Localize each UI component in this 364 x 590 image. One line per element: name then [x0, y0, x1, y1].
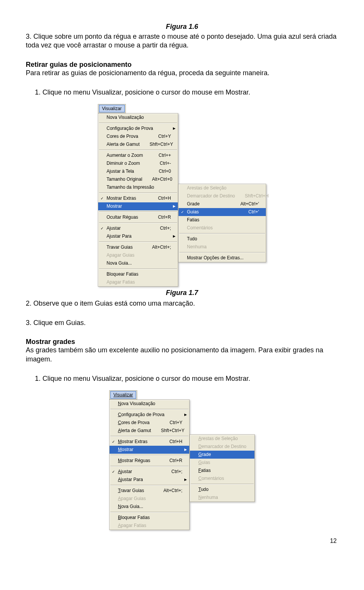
menu-item-label: Ajustar à Tela [107, 169, 149, 174]
menu-item[interactable]: Configuração de Prova▶ [110, 411, 189, 419]
menu-item[interactable]: Diminuir o ZoomCtrl+- [98, 159, 178, 167]
menu-item[interactable]: Alerta de GamutShft+Ctrl+Y [110, 427, 189, 435]
menu-item-label: Comentários [187, 225, 259, 230]
menu-item[interactable]: Cores de ProvaCtrl+Y [98, 133, 178, 140]
menu-item[interactable]: Ajustar Para▶ [110, 476, 189, 484]
menu-item[interactable]: Ocultar RéguasCtrl+R [98, 213, 178, 221]
menu-item[interactable]: Nova Visualização [110, 400, 189, 408]
menu-separator [110, 466, 188, 467]
menu-item-label: Tamanho da Impressão [107, 185, 171, 190]
menu-item[interactable]: Aumentar o ZoomCtrl++ [98, 151, 178, 159]
menu-item-shortcut: Ctrl+0 [159, 169, 171, 174]
menu-main-1: Nova VisualizaçãoConfiguração de Prova▶C… [98, 113, 178, 287]
menu-item: Demarcador de Destino [190, 443, 254, 451]
menu-item-shortcut: Ctrl+; [171, 469, 182, 474]
menu-item-label: Bloquear Fatias [107, 271, 171, 277]
menu-separator [99, 268, 177, 269]
menu-item[interactable]: Bloquear Fatias [110, 514, 189, 522]
menu-item-label: Comentários [198, 476, 248, 481]
menu-item-label: Mostrar Extras [107, 196, 148, 201]
menu-item[interactable]: Configuração de Prova▶ [98, 125, 178, 133]
menu-item-label: Mostrar [107, 204, 171, 209]
menu-item[interactable]: Bloquear Fatias [98, 270, 178, 278]
menu-separator [179, 233, 265, 234]
menu-item[interactable]: ✓AjustarCtrl+; [98, 224, 178, 232]
menu-item[interactable]: Travar GuiasAlt+Ctrl+; [110, 487, 189, 495]
menu-item[interactable]: Grade [190, 451, 254, 459]
menu-item[interactable]: ✓AjustarCtrl+; [110, 468, 189, 476]
menu-separator [99, 222, 177, 223]
menu-item-label: Ajustar Para [107, 233, 171, 239]
menu-separator [99, 211, 177, 212]
menu-item[interactable]: Mostrar RéguasCtrl+R [110, 457, 189, 465]
menu-separator [110, 512, 188, 513]
menu-item[interactable]: ✓GuiasCtrl+' [179, 208, 266, 216]
menu-item[interactable]: Nova Guia... [98, 259, 178, 267]
menu-item-shortcut: Alt+Ctrl+; [152, 245, 171, 250]
figure-caption-1-7: Figura 1.7 [26, 289, 338, 297]
menu-item[interactable]: Mostrar▶ [98, 202, 178, 210]
menu-item-label: Alerta de Gamut [118, 428, 151, 433]
submenu-arrow-icon: ▶ [184, 448, 187, 451]
menu-item[interactable]: Tamanho OriginalAlt+Ctrl+0 [98, 175, 178, 183]
menu-separator [110, 436, 188, 437]
menu-item-label: Diminuir o Zoom [107, 161, 150, 166]
menubar-item-visualizar-2[interactable]: Visualizar [110, 391, 136, 399]
menu-separator [99, 150, 177, 150]
menubar-item-visualizar[interactable]: Visualizar [99, 105, 125, 112]
check-icon: ✓ [100, 196, 104, 200]
menu-item[interactable]: Alerta de GamutShft+Ctrl+Y [98, 140, 178, 148]
menu-item[interactable]: Tudo [179, 235, 266, 243]
menu-item: Comentários [190, 475, 254, 483]
submenu-arrow-icon: ▶ [184, 478, 187, 481]
menu-item[interactable]: ✓Mostrar ExtrasCtrl+H [110, 438, 189, 446]
check-icon: ✓ [112, 440, 115, 444]
menu-item[interactable]: Fatias [190, 467, 254, 475]
menu-item-label: Apagar Fatias [118, 523, 182, 528]
menu-item-label: Mostrar Opções de Extras... [187, 255, 259, 260]
menu-item-label: Ajustar [107, 226, 150, 231]
menu-separator [179, 252, 265, 253]
menu-item[interactable]: Cores de ProvaCtrl+Y [110, 419, 189, 427]
menu-item-label: Alerta de Gamut [107, 142, 140, 147]
menu-item[interactable]: Tudo [190, 486, 254, 494]
menu-item-label: Apagar Guias [118, 496, 182, 501]
menu-item-label: Demarcador de Destino [187, 193, 235, 199]
menu-item-shortcut: Shft+Ctrl+Y [161, 428, 184, 433]
menu-separator [110, 455, 188, 456]
menu-item[interactable]: Mostrar▶ [110, 446, 189, 454]
check-icon: ✓ [100, 226, 104, 230]
menu-item[interactable]: Ajustar Para▶ [98, 232, 178, 240]
menu-item[interactable]: Ajustar à TelaCtrl+0 [98, 167, 178, 175]
menu-item: Apagar Guias [110, 495, 189, 503]
menu-item-shortcut: Ctrl++ [158, 153, 171, 158]
menu-item[interactable]: GradeAlt+Ctrl+' [179, 200, 266, 208]
menu-item[interactable]: Mostrar Opções de Extras... [179, 254, 266, 262]
menu-item-label: Ajustar [118, 469, 162, 474]
menu-item-shortcut: Ctrl+Y [169, 420, 182, 425]
menu-item-label: Configuração de Prova [118, 412, 182, 417]
menu-item-shortcut: Shft+Ctrl+H [245, 193, 269, 199]
menubar: Visualizar [98, 104, 126, 113]
check-icon: ✓ [181, 210, 184, 214]
menu-item[interactable]: Nova Guia... [110, 503, 189, 511]
menu-item-shortcut: Alt+Ctrl+' [240, 201, 259, 207]
menu-item-label: Tudo [198, 487, 248, 492]
menu-item-shortcut: Ctrl+H [158, 196, 171, 201]
menu-main-2: Nova VisualizaçãoConfiguração de Prova▶C… [109, 399, 190, 530]
heading-retirar-guias: Retirar guias de posicionamento [26, 61, 338, 69]
menu-item[interactable]: Fatias [179, 216, 266, 224]
heading-mostrar-grades: Mostrar grades [26, 338, 338, 346]
menu-item-shortcut: Ctrl+R [169, 458, 182, 463]
menu-item: Nenhuma [190, 494, 254, 502]
menu-item-label: Nenhuma [198, 495, 248, 500]
menu-item[interactable]: Travar GuiasAlt+Ctrl+; [98, 243, 178, 251]
menu-item-label: Cores de Prova [118, 420, 160, 425]
menu-item-label: Demarcador de Destino [198, 444, 248, 449]
menu-item[interactable]: Nova Visualização [98, 114, 178, 121]
menu-item[interactable]: Tamanho da Impressão [98, 183, 178, 191]
menu-item[interactable]: ✓Mostrar ExtrasCtrl+H [98, 194, 178, 202]
menu-item-label: Nova Visualização [118, 401, 182, 406]
menu-sub-1: Arestas de SeleçãoDemarcador de DestinoS… [178, 184, 266, 262]
menu-item-shortcut: Ctrl+' [248, 209, 259, 215]
